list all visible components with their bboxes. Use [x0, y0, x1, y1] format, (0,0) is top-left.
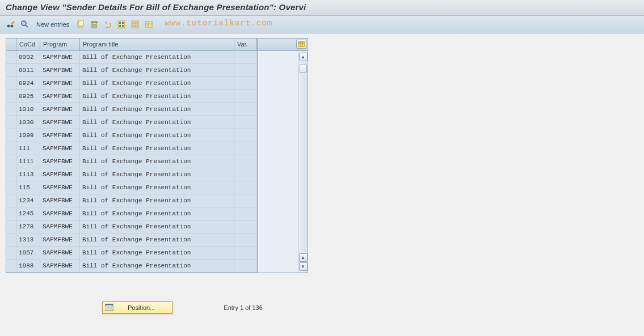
cell-cocd[interactable]: 115	[16, 181, 40, 194]
row-selector[interactable]	[6, 181, 16, 194]
cell-var[interactable]	[234, 155, 257, 168]
row-selector[interactable]	[6, 207, 16, 220]
column-header-program[interactable]: Program	[40, 39, 80, 50]
cell-program-title[interactable]: Bill of Exchange Presentation	[80, 90, 234, 103]
column-selector[interactable]	[6, 39, 16, 50]
table-settings-button[interactable]	[296, 40, 306, 49]
cell-program[interactable]: SAPMFBWE	[40, 103, 80, 116]
cell-var[interactable]	[234, 116, 257, 129]
row-selector[interactable]	[6, 90, 16, 103]
cell-program[interactable]: SAPMFBWE	[40, 129, 80, 142]
cell-cocd[interactable]: 0925	[16, 90, 40, 103]
cell-cocd[interactable]: 1988	[16, 260, 40, 272]
cell-program-title[interactable]: Bill of Exchange Presentation	[80, 116, 234, 129]
cell-program[interactable]: SAPMFBWE	[40, 77, 80, 90]
cell-cocd[interactable]: 1099	[16, 129, 40, 142]
cell-program-title[interactable]: Bill of Exchange Presentation	[80, 233, 234, 246]
details-button[interactable]	[19, 19, 31, 30]
row-selector[interactable]	[6, 51, 16, 63]
row-selector[interactable]	[6, 168, 16, 181]
row-selector[interactable]	[6, 129, 16, 142]
row-selector[interactable]	[6, 64, 16, 76]
undo-button[interactable]	[102, 19, 113, 30]
cell-var[interactable]	[234, 77, 257, 90]
cell-cocd[interactable]: 1030	[16, 116, 40, 129]
cell-program[interactable]: SAPMFBWE	[40, 194, 80, 207]
table-vertical-scrollbar[interactable]: ▲ ▲ ▼	[298, 51, 308, 273]
column-header-program-title[interactable]: Program title	[80, 39, 234, 50]
cell-program[interactable]: SAPMFBWE	[40, 168, 80, 181]
cell-program-title[interactable]: Bill of Exchange Presentation	[80, 207, 234, 220]
cell-program[interactable]: SAPMFBWE	[40, 181, 80, 194]
column-header-cocd[interactable]: CoCd	[16, 39, 40, 50]
row-selector[interactable]	[6, 142, 16, 155]
cell-var[interactable]	[234, 194, 257, 207]
scroll-up-small-button[interactable]: ▲	[299, 253, 308, 262]
row-selector[interactable]	[6, 220, 16, 233]
cell-var[interactable]	[234, 220, 257, 233]
row-selector[interactable]	[6, 246, 16, 259]
cell-program-title[interactable]: Bill of Exchange Presentation	[80, 168, 234, 181]
cell-cocd[interactable]: 0002	[16, 51, 40, 63]
cell-program-title[interactable]: Bill of Exchange Presentation	[80, 77, 234, 90]
cell-var[interactable]	[234, 103, 257, 116]
cell-var[interactable]	[234, 51, 257, 63]
cell-var[interactable]	[234, 142, 257, 155]
cell-cocd[interactable]: 1313	[16, 233, 40, 246]
cell-cocd[interactable]: 0011	[16, 64, 40, 76]
cell-cocd[interactable]: 0924	[16, 77, 40, 90]
new-entries-button[interactable]: New entries	[33, 21, 73, 28]
row-selector[interactable]	[6, 103, 16, 116]
row-selector[interactable]	[6, 233, 16, 246]
cell-program-title[interactable]: Bill of Exchange Presentation	[80, 260, 234, 272]
cell-program[interactable]: SAPMFBWE	[40, 51, 80, 63]
cell-program[interactable]: SAPMFBWE	[40, 155, 80, 168]
cell-program-title[interactable]: Bill of Exchange Presentation	[80, 64, 234, 76]
cell-var[interactable]	[234, 64, 257, 76]
cell-program[interactable]: SAPMFBWE	[40, 116, 80, 129]
scroll-down-button[interactable]: ▼	[299, 262, 308, 271]
cell-cocd[interactable]: 1234	[16, 194, 40, 207]
cell-program[interactable]: SAPMFBWE	[40, 64, 80, 76]
row-selector[interactable]	[6, 155, 16, 168]
cell-var[interactable]	[234, 233, 257, 246]
cell-program-title[interactable]: Bill of Exchange Presentation	[80, 142, 234, 155]
cell-var[interactable]	[234, 181, 257, 194]
scroll-up-button[interactable]: ▲	[299, 53, 308, 61]
cell-program-title[interactable]: Bill of Exchange Presentation	[80, 220, 234, 233]
cell-program[interactable]: SAPMFBWE	[40, 220, 80, 233]
cell-var[interactable]	[234, 260, 257, 272]
print-button[interactable]	[143, 19, 154, 30]
cell-var[interactable]	[234, 246, 257, 259]
cell-cocd[interactable]: 1957	[16, 246, 40, 259]
cell-program-title[interactable]: Bill of Exchange Presentation	[80, 103, 234, 116]
cell-cocd[interactable]: 1111	[16, 155, 40, 168]
cell-cocd[interactable]: 1278	[16, 220, 40, 233]
copy-as-button[interactable]	[75, 19, 86, 30]
cell-program[interactable]: SAPMFBWE	[40, 207, 80, 220]
cell-program[interactable]: SAPMFBWE	[40, 260, 80, 272]
cell-program-title[interactable]: Bill of Exchange Presentation	[80, 194, 234, 207]
cell-var[interactable]	[234, 207, 257, 220]
position-button[interactable]: Position...	[102, 301, 172, 314]
cell-program[interactable]: SAPMFBWE	[40, 142, 80, 155]
cell-var[interactable]	[234, 129, 257, 142]
cell-cocd[interactable]: 1010	[16, 103, 40, 116]
scroll-thumb[interactable]	[300, 65, 307, 73]
deselect-all-button[interactable]	[129, 19, 141, 30]
cell-program-title[interactable]: Bill of Exchange Presentation	[80, 51, 234, 63]
row-selector[interactable]	[6, 77, 16, 90]
column-header-var[interactable]: Var.	[234, 39, 257, 50]
cell-program[interactable]: SAPMFBWE	[40, 246, 80, 259]
cell-cocd[interactable]: 1113	[16, 168, 40, 181]
cell-program[interactable]: SAPMFBWE	[40, 233, 80, 246]
cell-program-title[interactable]: Bill of Exchange Presentation	[80, 246, 234, 259]
row-selector[interactable]	[6, 194, 16, 207]
cell-cocd[interactable]: 111	[16, 142, 40, 155]
row-selector[interactable]	[6, 260, 16, 272]
cell-program[interactable]: SAPMFBWE	[40, 90, 80, 103]
delete-button[interactable]	[89, 19, 100, 30]
cell-program-title[interactable]: Bill of Exchange Presentation	[80, 129, 234, 142]
cell-var[interactable]	[234, 168, 257, 181]
cell-var[interactable]	[234, 90, 257, 103]
